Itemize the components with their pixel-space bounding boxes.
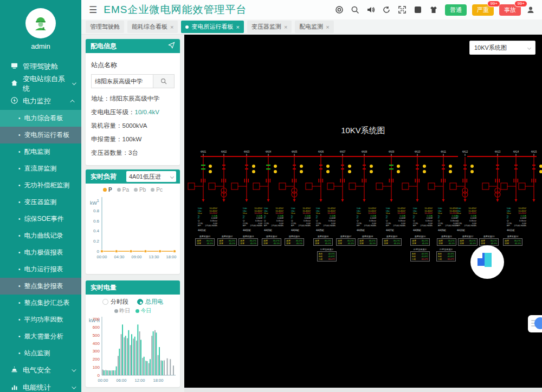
- refresh-icon[interactable]: [380, 4, 392, 16]
- site-search-button[interactable]: [153, 74, 175, 88]
- sidebar-subitem-站点监测[interactable]: •站点监测: [0, 345, 81, 362]
- temp-box-7: 温度监测08温度35.2℃湿度45.1%: [358, 235, 377, 246]
- legend-item-pa[interactable]: Pa: [117, 187, 129, 193]
- temp-box-1: 温度监测02温度35.2℃湿度45.1%: [217, 235, 237, 246]
- tab-配电监测[interactable]: 配电监测×: [295, 21, 333, 33]
- tab-能耗综合看板[interactable]: 能耗综合看板×: [127, 21, 178, 33]
- svg-text:00:00: 00:00: [98, 378, 108, 383]
- sidebar-item-电能统计[interactable]: 电能统计: [0, 379, 81, 392]
- readout-block-8: Uab:10.42kVUbc:10.40kVUca:10.41kVIa:0.00…: [438, 207, 457, 232]
- sidebar-subitem-综保SOE事件[interactable]: •综保SOE事件: [0, 211, 81, 227]
- svg-text:00:00: 00:00: [97, 254, 107, 259]
- readout-block-3: Uab:10.42kVUbc:10.40kVUca:10.41kVIa:0.00…: [291, 207, 311, 232]
- fullscreen-icon[interactable]: [396, 4, 408, 16]
- legend-item-pb[interactable]: Pb: [134, 187, 146, 193]
- tab-管理驾驶舱[interactable]: 管理驾驶舱: [86, 21, 124, 33]
- sidebar-subitem-变电所运行看板[interactable]: •变电所运行看板: [0, 127, 81, 143]
- svg-text:1: 1: [97, 198, 100, 203]
- avatar-wrap: admin: [0, 0, 81, 50]
- edge-floating-widget[interactable]: [528, 315, 542, 332]
- svg-text:kW: kW: [90, 200, 98, 206]
- temp-box-13: 温度监测14温度35.2℃湿度45.1%: [503, 235, 522, 246]
- sidebar-item-电气安全[interactable]: 电气安全: [0, 362, 81, 379]
- svg-text:4A06: 4A06: [318, 151, 324, 153]
- svg-text:400: 400: [93, 341, 100, 346]
- legend-item-pc[interactable]: Pc: [151, 187, 163, 193]
- chevron-down-icon: [72, 367, 76, 371]
- sidebar-subitem-配电监测[interactable]: •配电监测: [0, 143, 81, 160]
- sidebar-subitem-变压器监测[interactable]: •变压器监测: [0, 194, 81, 211]
- username: admin: [0, 42, 81, 50]
- svg-text:700: 700: [93, 317, 100, 322]
- radio-total-usage[interactable]: 总用电: [137, 298, 163, 306]
- alarm-badge-2[interactable]: 事故99+: [499, 4, 521, 16]
- temp-box-11: 温度监测12温度35.2℃湿度45.1%: [458, 235, 478, 246]
- card-title: 实时电量: [91, 283, 117, 292]
- translate-icon[interactable]: A²: [412, 4, 424, 16]
- radio-time-period[interactable]: 分时段: [102, 298, 128, 306]
- svg-text:4A15: 4A15: [531, 151, 537, 153]
- target-icon[interactable]: [333, 4, 345, 16]
- temp-box-0: 温度监测01温度35.2℃湿度45.1%: [195, 235, 215, 246]
- info-field-0: 地址：绵阳东辰高级中学: [91, 95, 175, 103]
- sidebar-subitem-无功补偿柜监测[interactable]: •无功补偿柜监测: [0, 177, 81, 194]
- card-title: 配电信息: [91, 42, 117, 51]
- station-icon: [11, 80, 18, 88]
- close-icon[interactable]: ×: [170, 24, 173, 30]
- sidebar-subitem-电力运行报表[interactable]: •电力运行报表: [0, 261, 81, 278]
- sidebar-subitem-电力综合看板[interactable]: •电力综合看板: [0, 110, 81, 127]
- legend-item-p[interactable]: P: [103, 187, 112, 193]
- distribution-info-card: 配电信息 站点名称 绵阳东辰高级中学 地址：绵阳东辰高级中学变电电压等级：10/…: [86, 39, 180, 165]
- legend-item-yesterday[interactable]: 昨日: [114, 307, 131, 315]
- badge-count: 99+: [487, 1, 500, 7]
- svg-text:0.8: 0.8: [93, 208, 100, 213]
- sidebar-menu: 管理驾驶舱变电站综自系统电力监控•电力综合看板•变电所运行看板•配电监测•直流屏…: [0, 58, 81, 392]
- diagram-title: 10KV系统图: [184, 126, 542, 136]
- send-icon[interactable]: [168, 42, 175, 50]
- sidebar-item-管理驾驶舱[interactable]: 管理驾驶舱: [0, 58, 81, 75]
- temp-box-3: 温度监测04温度35.2℃湿度45.1%: [262, 235, 281, 246]
- temp-box-5: 温度监测06温度35.2℃湿度45.1%: [313, 235, 333, 246]
- diagram-selector[interactable]: 10KV系统图: [469, 41, 535, 55]
- alarm-badge-1[interactable]: 严重99+: [472, 4, 494, 16]
- svg-text:0: 0: [97, 249, 100, 254]
- sidebar-subitem-最大需量分析[interactable]: •最大需量分析: [0, 328, 81, 345]
- avatar[interactable]: [25, 8, 56, 38]
- horizontal-scrollbar[interactable]: [184, 388, 542, 392]
- realtime-load-card: 实时负荷 4A01低压进 P Pa Pb Pc kW00.20.40.60.81…: [86, 169, 180, 274]
- search-icon[interactable]: [349, 4, 361, 16]
- sidebar-item-电力监控[interactable]: 电力监控: [0, 93, 81, 110]
- theme-icon[interactable]: [428, 4, 440, 16]
- legend-item-today[interactable]: 今日: [136, 307, 152, 315]
- site-name-input[interactable]: 绵阳东辰高级中学: [91, 74, 153, 88]
- temp-box-4: 温度监测05温度35.2℃湿度45.1%: [285, 235, 304, 246]
- sidebar-subitem-电力极值报表[interactable]: •电力极值报表: [0, 244, 81, 261]
- todesk-logo[interactable]: [470, 245, 504, 279]
- temp-box-10: 温度监测11温度35.2℃湿度45.1%: [437, 235, 456, 246]
- svg-text:0.4: 0.4: [93, 228, 100, 233]
- close-icon[interactable]: ×: [236, 24, 239, 30]
- sidebar-subitem-电力曲线记录[interactable]: •电力曲线记录: [0, 227, 81, 244]
- info-field-4: 变压器数量：3台: [91, 149, 175, 157]
- close-icon[interactable]: ×: [326, 24, 329, 30]
- sidebar-subitem-整点集抄汇总表[interactable]: •整点集抄汇总表: [0, 295, 81, 311]
- volume-icon[interactable]: [365, 4, 377, 16]
- site-name-label: 站点名称: [91, 61, 175, 70]
- svg-text:500: 500: [93, 333, 100, 338]
- sidebar-subitem-直流屏监测[interactable]: •直流屏监测: [0, 160, 81, 177]
- sidebar-subitem-整点集抄报表[interactable]: •整点集抄报表: [0, 278, 81, 295]
- svg-text:06:00: 06:00: [117, 378, 127, 383]
- tab-变压器监测[interactable]: 变压器监测×: [247, 21, 292, 33]
- feeder-selector[interactable]: 4A01低压进: [126, 171, 177, 182]
- realtime-energy-card: 实时电量 分时段 总用电 昨日 今日 kW·h01002003004005006…: [86, 280, 180, 387]
- app-title: EMS企业微电网能效管理平台: [104, 3, 247, 17]
- alarm-badge-0[interactable]: 普通: [445, 4, 467, 16]
- hamburger-icon[interactable]: ☰: [89, 4, 97, 16]
- load-line-chart: kW00.20.40.60.8100:0004:3009:0013:3018:0…: [86, 193, 180, 267]
- chevron-up-icon: [70, 100, 74, 104]
- tab-变电所运行看板[interactable]: 变电所运行看板×: [181, 21, 243, 33]
- svg-text:04:30: 04:30: [114, 254, 125, 259]
- sidebar-subitem-平均功率因数[interactable]: •平均功率因数: [0, 311, 81, 328]
- close-icon[interactable]: ×: [284, 24, 287, 30]
- sidebar-item-变电站综自系统[interactable]: 变电站综自系统: [0, 75, 81, 93]
